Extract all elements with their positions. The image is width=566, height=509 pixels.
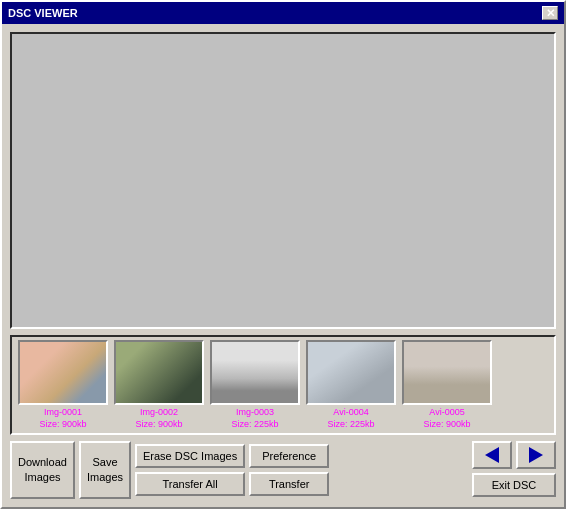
save-images-button[interactable]: Save Images <box>79 441 131 499</box>
thumbnail-item[interactable]: Img-0001Size: 900kb <box>18 340 108 430</box>
nav-buttons <box>472 441 556 469</box>
toolbar: Download Images Save Images Erase DSC Im… <box>10 441 556 499</box>
window-body: Img-0001Size: 900kbImg-0002Size: 900kbIm… <box>2 24 564 507</box>
transfer-all-button[interactable]: Transfer All <box>135 472 245 496</box>
thumbnail-label: Avi-0004Size: 225kb <box>327 407 374 430</box>
download-images-button[interactable]: Download Images <box>10 441 75 499</box>
thumbnail-image <box>402 340 492 405</box>
toolbar-right: Exit DSC <box>472 441 556 499</box>
thumbnails-strip: Img-0001Size: 900kbImg-0002Size: 900kbIm… <box>10 335 556 435</box>
erase-dsc-button[interactable]: Erase DSC Images <box>135 444 245 468</box>
main-window: DSC VIEWER ✕ Img-0001Size: 900kbImg-0002… <box>0 0 566 509</box>
thumbnail-label: Img-0001Size: 900kb <box>39 407 86 430</box>
prev-button[interactable] <box>472 441 512 469</box>
thumbnail-image <box>18 340 108 405</box>
next-arrow-icon <box>529 447 543 463</box>
thumbnail-label: Avi-0005Size: 900kb <box>423 407 470 430</box>
thumbnail-item[interactable]: Avi-0004Size: 225kb <box>306 340 396 430</box>
title-bar: DSC VIEWER ✕ <box>2 2 564 24</box>
thumbnail-item[interactable]: Avi-0005Size: 900kb <box>402 340 492 430</box>
next-button[interactable] <box>516 441 556 469</box>
transfer-button[interactable]: Transfer <box>249 472 329 496</box>
thumbnail-item[interactable]: Img-0003Size: 225kb <box>210 340 300 430</box>
preference-button[interactable]: Preference <box>249 444 329 468</box>
thumbnail-image <box>306 340 396 405</box>
prev-arrow-icon <box>485 447 499 463</box>
thumbnail-label: Img-0003Size: 225kb <box>231 407 278 430</box>
window-title: DSC VIEWER <box>8 7 78 19</box>
exit-dsc-button[interactable]: Exit DSC <box>472 473 556 497</box>
toolbar-left: Download Images Save Images <box>10 441 131 499</box>
thumbnail-item[interactable]: Img-0002Size: 900kb <box>114 340 204 430</box>
close-button[interactable]: ✕ <box>542 6 558 20</box>
toolbar-middle: Erase DSC Images Transfer All <box>135 441 245 499</box>
toolbar-pref-transfer: Preference Transfer <box>249 441 329 499</box>
thumbnail-label: Img-0002Size: 900kb <box>135 407 182 430</box>
thumbnail-image <box>210 340 300 405</box>
thumbnail-image <box>114 340 204 405</box>
preview-area <box>10 32 556 329</box>
